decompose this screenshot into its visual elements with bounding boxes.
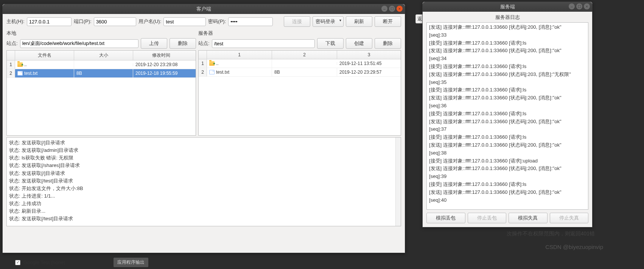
table-row[interactable]: 2 test.txt 8B 2019-12-20 23:29:57 [199, 68, 401, 77]
log-line: [接受] 连接对象::ffff:127.0.0.1:33660 [请求]:ls [429, 181, 586, 189]
col-mtime[interactable]: 修改时间 [133, 51, 189, 60]
log-line: 状态: 发送获取[/shares]目录请求 [9, 162, 398, 169]
close-icon[interactable]: × [584, 3, 590, 9]
user-label: 用户名(U): [138, 18, 162, 25]
remote-site-label: 站点: [198, 40, 210, 47]
download-button[interactable]: 下载 [317, 38, 344, 49]
log-line: [发送] 连接对象::ffff:127.0.0.1:33660 [状态码]:20… [429, 165, 586, 173]
log-line: [接受] 连接对象::ffff:127.0.0.1:33660 [请求]:ls [429, 133, 586, 141]
log-line: 状态: 发送获取[/test]目录请求 [9, 215, 398, 223]
server-title: 服务端 [500, 3, 515, 10]
log-line: 状态: ls获取失败 错误: 无权限 [9, 154, 398, 162]
login-mode-combo[interactable]: 密码登录 [313, 16, 344, 27]
table-row[interactable]: 1 .. 2019-12-20 23:29:08 [7, 60, 196, 69]
log-line: [seq]:34 [429, 55, 586, 63]
local-panel: 本地 站点: 上传 删除 文件名 大小 修改时间 1 .. [6, 29, 196, 136]
remote-title: 服务器 [198, 30, 401, 37]
checkbox-icon[interactable]: ✓ [15, 260, 20, 265]
log-line: 状态: 发送获取[/]目录请求 [9, 139, 398, 147]
log-line: [发送] 连接对象::ffff:127.0.0.1:33660 [状态码]:20… [429, 47, 586, 55]
disconnect-button[interactable]: 断开 [375, 16, 401, 27]
client-title: 客户端 [196, 6, 211, 12]
minimize-icon[interactable]: – [569, 3, 575, 9]
log-line: 状态: 发送获取[/admin]目录请求 [9, 147, 398, 154]
background-text: 次操作不在权限范围内，则返回401错 [507, 230, 595, 237]
table-row[interactable]: 1 .. 2019-12-11 13:51:45 [199, 59, 401, 68]
simulate-distort-button[interactable]: 模拟失真 [509, 213, 548, 223]
folder-up-icon [209, 61, 215, 66]
taskbar-item-label[interactable]: Google Test (none) [23, 260, 65, 265]
simulate-drop-button[interactable]: 模拟丢包 [426, 213, 465, 223]
client-window: 客户端 – ☐ × 主机(H): 端口(P): 用户名(U): 密码(P): 连… [2, 4, 405, 253]
pass-input[interactable] [228, 17, 273, 26]
log-line: 状态: 发送获取[/test]目录请求 [9, 177, 398, 185]
local-site-label: 站点: [6, 40, 18, 47]
server-log-title: 服务器日志 [426, 14, 588, 21]
client-log[interactable]: 状态: 发送获取[/]目录请求状态: 发送获取[/admin]目录请求状态: l… [6, 137, 401, 226]
log-line: [发送] 连接对象::ffff:127.0.0.1:33660 [状态码]:20… [429, 71, 586, 79]
log-line: [接受] 连接对象::ffff:127.0.0.1:33660 [请求]:ls [429, 63, 586, 71]
local-file-table[interactable]: 文件名 大小 修改时间 1 .. 2019-12-20 23:29:08 2 t… [6, 50, 196, 136]
log-line: [seq]:39 [429, 173, 586, 181]
log-line: [seq]:35 [429, 79, 586, 87]
maximize-icon[interactable]: ☐ [576, 3, 582, 9]
log-line: [发送] 连接对象::ffff:127.0.0.1:33660 [状态码]:20… [429, 23, 586, 31]
watermark: CSDN @biyezuopinvip [545, 244, 603, 250]
minimize-icon[interactable]: – [381, 6, 387, 12]
folder-up-icon [17, 62, 23, 67]
local-delete-button[interactable]: 删除 [170, 38, 196, 49]
col-1[interactable]: 1 [207, 51, 272, 59]
log-line: 状态: 上传成功 [9, 200, 398, 207]
upload-button[interactable]: 上传 [141, 38, 167, 49]
user-input[interactable] [163, 17, 206, 26]
server-window: 服务端 – ☐ × 服务器日志 [发送] 连接对象::ffff:127.0.0.… [422, 2, 593, 227]
taskbar-output-button[interactable]: 应用程序输出 [114, 258, 148, 267]
log-line: [seq]:40 [429, 196, 586, 204]
log-line: 状态: 刷新目录... [9, 207, 398, 215]
log-line: [seq]:38 [429, 149, 586, 157]
connection-bar: 主机(H): 端口(P): 用户名(U): 密码(P): 连接 密码登录 刷新 … [3, 14, 405, 29]
client-titlebar[interactable]: 客户端 – ☐ × [3, 4, 405, 14]
table-row[interactable]: 2 test.txt 8B 2019-12-18 19:55:59 [7, 69, 196, 78]
local-title: 本地 [6, 30, 196, 37]
stop-distort-button[interactable]: 停止失真 [550, 213, 589, 223]
log-line: 状态: 开始发送文件，文件大小:8B [9, 185, 398, 192]
col-size[interactable]: 大小 [74, 51, 133, 60]
host-label: 主机(H): [6, 18, 25, 25]
port-input[interactable] [94, 17, 136, 26]
local-path-input[interactable] [20, 39, 138, 48]
file-icon [17, 71, 23, 76]
host-input[interactable] [27, 17, 72, 26]
log-line: [发送] 连接对象::ffff:127.0.0.1:33660 [状态码]:20… [429, 94, 586, 102]
log-line: [seq]:33 [429, 31, 586, 39]
log-line: [发送] 连接对象::ffff:127.0.0.1:33660 [状态码]:20… [429, 141, 586, 149]
maximize-icon[interactable]: ☐ [389, 6, 395, 12]
server-log[interactable]: [发送] 连接对象::ffff:127.0.0.1:33660 [状态码]:20… [426, 22, 588, 210]
refresh-button[interactable]: 刷新 [346, 16, 372, 27]
col-2[interactable]: 2 [272, 51, 337, 59]
col-filename[interactable]: 文件名 [15, 51, 74, 60]
log-line: [seq]:37 [429, 125, 586, 133]
log-line: [接受] 连接对象::ffff:127.0.0.1:33660 [请求]:ls [429, 39, 586, 47]
log-line: [seq]:36 [429, 102, 586, 110]
file-icon [209, 70, 215, 74]
remote-panel: 服务器 站点: 下载 创建 删除 1 2 3 1 .. [198, 29, 401, 136]
pass-label: 密码(P): [208, 18, 226, 25]
log-line: [接受] 连接对象::ffff:127.0.0.1:33660 [请求]:upl… [429, 157, 586, 165]
stop-drop-button[interactable]: 停止丢包 [468, 213, 507, 223]
log-line: [接受] 连接对象::ffff:127.0.0.1:33660 [请求]:ls [429, 110, 586, 118]
create-button[interactable]: 创建 [346, 38, 372, 49]
server-titlebar[interactable]: 服务端 – ☐ × [423, 2, 592, 12]
port-label: 端口(P): [74, 18, 92, 25]
connect-button[interactable]: 连接 [284, 16, 310, 27]
close-icon[interactable]: × [397, 6, 403, 12]
remote-delete-button[interactable]: 删除 [375, 38, 401, 49]
remote-path-input[interactable] [212, 39, 315, 48]
remote-file-table[interactable]: 1 2 3 1 .. 2019-12-11 13:51:45 2 test.tx… [198, 50, 401, 136]
col-3[interactable]: 3 [337, 51, 401, 59]
log-line: 状态: 上传进度: 1/1... [9, 192, 398, 200]
scrollbar[interactable] [395, 138, 401, 226]
log-line: [发送] 连接对象::ffff:127.0.0.1:33660 [状态码]:20… [429, 118, 586, 126]
taskbar-fragment: ✓ Google Test (none) 应用程序输出 [15, 258, 148, 267]
log-line: [发送] 连接对象::ffff:127.0.0.1:33660 [状态码]:20… [429, 189, 586, 196]
